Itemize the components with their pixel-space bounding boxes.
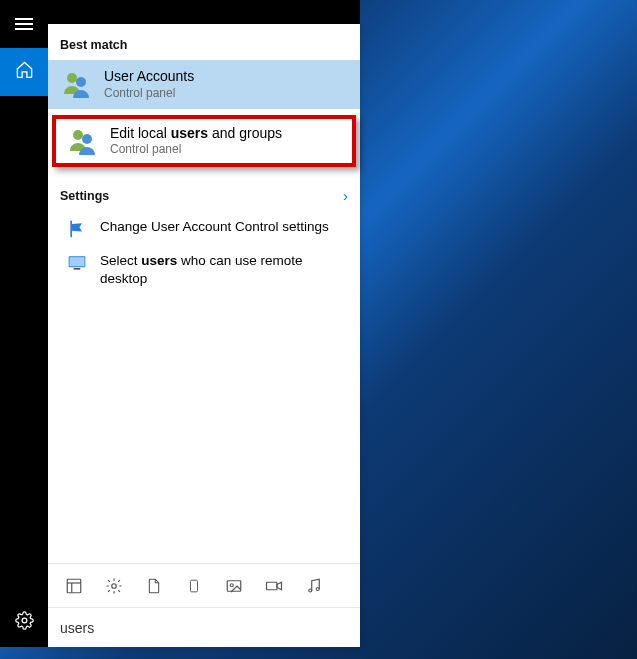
gear-icon xyxy=(15,611,34,635)
filter-folders-button[interactable] xyxy=(184,576,204,596)
svg-rect-7 xyxy=(74,268,81,270)
svg-point-3 xyxy=(73,130,83,140)
svg-rect-8 xyxy=(67,579,81,593)
svg-rect-12 xyxy=(191,580,198,592)
home-icon xyxy=(15,60,34,84)
search-input-container xyxy=(48,607,360,647)
best-match-label: Best match xyxy=(60,38,127,52)
svg-point-4 xyxy=(82,134,92,144)
svg-point-17 xyxy=(309,589,312,592)
hamburger-menu-button[interactable] xyxy=(0,0,48,48)
user-accounts-icon xyxy=(60,68,92,100)
home-button[interactable] xyxy=(0,48,48,96)
result-title: User Accounts xyxy=(104,68,194,86)
svg-rect-6 xyxy=(70,257,85,266)
hamburger-icon xyxy=(15,15,33,33)
search-results-panel: Best match User Accounts Control panel xyxy=(48,24,360,647)
result-edit-local-users-and-groups[interactable]: Edit local users and groups Control pane… xyxy=(52,115,356,168)
search-input[interactable] xyxy=(60,620,348,636)
result-subtitle: Control panel xyxy=(110,142,282,157)
result-text: Select users who can use remote desktop xyxy=(100,252,348,288)
result-title: Edit local users and groups xyxy=(110,125,282,143)
filter-settings-button[interactable] xyxy=(104,576,124,596)
filter-photos-button[interactable] xyxy=(224,576,244,596)
result-user-accounts[interactable]: User Accounts Control panel xyxy=(48,60,360,109)
search-filter-row xyxy=(48,563,360,607)
flag-icon xyxy=(66,218,88,240)
svg-point-18 xyxy=(316,587,319,590)
filter-apps-button[interactable] xyxy=(64,576,84,596)
settings-label: Settings xyxy=(60,189,109,203)
result-text: Edit local users and groups Control pane… xyxy=(110,125,282,158)
result-remote-desktop-users[interactable]: Select users who can use remote desktop xyxy=(48,246,360,294)
settings-button[interactable] xyxy=(0,599,48,647)
filter-music-button[interactable] xyxy=(304,576,324,596)
chevron-right-icon: › xyxy=(343,187,348,204)
best-match-header: Best match xyxy=(48,24,360,60)
result-text: User Accounts Control panel xyxy=(104,68,194,101)
filter-documents-button[interactable] xyxy=(144,576,164,596)
result-uac-settings[interactable]: Change User Account Control settings xyxy=(48,212,360,246)
svg-point-11 xyxy=(112,583,117,588)
svg-point-1 xyxy=(67,73,77,83)
local-users-groups-icon xyxy=(66,125,98,157)
monitor-icon xyxy=(66,252,88,274)
svg-marker-16 xyxy=(277,582,282,590)
settings-header[interactable]: Settings › xyxy=(48,173,360,212)
svg-rect-15 xyxy=(267,582,278,590)
start-nav-rail xyxy=(0,0,48,647)
svg-point-14 xyxy=(230,583,233,586)
filter-videos-button[interactable] xyxy=(264,576,284,596)
result-subtitle: Control panel xyxy=(104,86,194,101)
svg-point-0 xyxy=(22,618,27,623)
svg-point-2 xyxy=(76,77,86,87)
top-black-strip xyxy=(48,0,360,24)
result-text: Change User Account Control settings xyxy=(100,218,329,236)
